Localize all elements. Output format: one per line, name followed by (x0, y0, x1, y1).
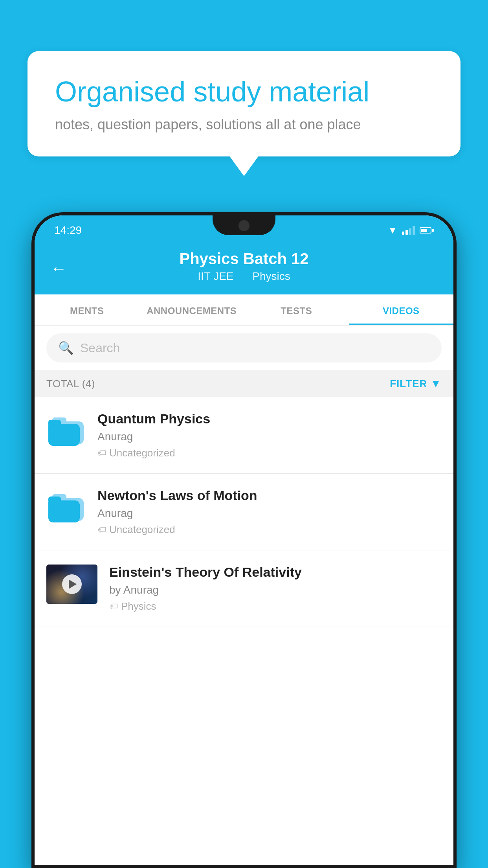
tag-icon: 🏷 (109, 601, 118, 612)
video-title: Einstein's Theory Of Relativity (109, 565, 442, 580)
header-tag2: Physics (252, 270, 290, 282)
tag-icon: 🏷 (97, 448, 106, 458)
video-thumbnail (46, 565, 97, 604)
tab-ments[interactable]: MENTS (35, 294, 139, 325)
back-button[interactable]: ← (50, 260, 67, 277)
total-count: TOTAL (4) (46, 378, 95, 390)
filter-button[interactable]: FILTER ▼ (390, 377, 442, 390)
tab-tests[interactable]: TESTS (244, 294, 349, 325)
play-icon (69, 579, 77, 589)
tag-text: Uncategorized (109, 524, 175, 536)
video-info: Einstein's Theory Of Relativity by Anura… (109, 565, 442, 612)
video-title: Newton's Laws of Motion (97, 488, 442, 503)
promo-title: Organised study material (55, 75, 433, 108)
list-item[interactable]: Einstein's Theory Of Relativity by Anura… (35, 550, 453, 627)
promo-section: Organised study material notes, question… (28, 51, 460, 156)
video-tag: 🏷 Uncategorized (97, 524, 442, 536)
header-subtitle: IIT JEE Physics (50, 270, 438, 283)
search-container: 🔍 Search (35, 326, 453, 370)
signal-icon (402, 226, 415, 235)
folder-icon (46, 414, 86, 446)
header-title: Physics Batch 12 (50, 250, 438, 268)
phone-camera (238, 220, 250, 231)
video-author: Anurag (97, 507, 442, 520)
tab-bar: MENTS ANNOUNCEMENTS TESTS VIDEOS (35, 294, 453, 326)
video-author: by Anurag (109, 584, 442, 596)
promo-subtitle: notes, question papers, solutions all at… (55, 116, 433, 133)
tag-text: Uncategorized (109, 447, 175, 459)
search-icon: 🔍 (58, 340, 74, 355)
phone-notch (213, 215, 275, 235)
tab-videos[interactable]: VIDEOS (349, 294, 454, 325)
video-tag: 🏷 Uncategorized (97, 447, 442, 459)
video-author: Anurag (97, 430, 442, 443)
list-item[interactable]: Newton's Laws of Motion Anurag 🏷 Uncateg… (35, 474, 453, 550)
tag-icon: 🏷 (97, 525, 106, 535)
filter-icon: ▼ (430, 377, 442, 390)
speech-bubble: Organised study material notes, question… (28, 51, 460, 156)
video-info: Quantum Physics Anurag 🏷 Uncategorized (97, 411, 442, 459)
video-title: Quantum Physics (97, 411, 442, 427)
wifi-icon: ▼ (388, 225, 397, 236)
filter-bar: TOTAL (4) FILTER ▼ (35, 370, 453, 397)
video-list: Quantum Physics Anurag 🏷 Uncategorized (35, 397, 453, 627)
video-tag: 🏷 Physics (109, 600, 442, 612)
video-info: Newton's Laws of Motion Anurag 🏷 Uncateg… (97, 488, 442, 536)
app-header: ← Physics Batch 12 IIT JEE Physics (35, 242, 453, 294)
header-tag1: IIT JEE (198, 270, 233, 282)
filter-label: FILTER (390, 378, 427, 390)
phone-inner: 14:29 ▼ ← Physics Batch 12 (35, 215, 453, 865)
search-box[interactable]: 🔍 Search (46, 333, 442, 362)
list-item[interactable]: Quantum Physics Anurag 🏷 Uncategorized (35, 397, 453, 474)
search-input[interactable]: Search (80, 341, 120, 355)
folder-icon (46, 491, 86, 522)
status-icons: ▼ (388, 225, 434, 236)
battery-icon (420, 227, 434, 234)
tab-announcements[interactable]: ANNOUNCEMENTS (139, 294, 244, 325)
phone-frame: 14:29 ▼ ← Physics Batch 12 (31, 212, 457, 868)
tag-text: Physics (121, 600, 156, 612)
status-time: 14:29 (54, 224, 82, 237)
play-button[interactable] (62, 574, 82, 594)
